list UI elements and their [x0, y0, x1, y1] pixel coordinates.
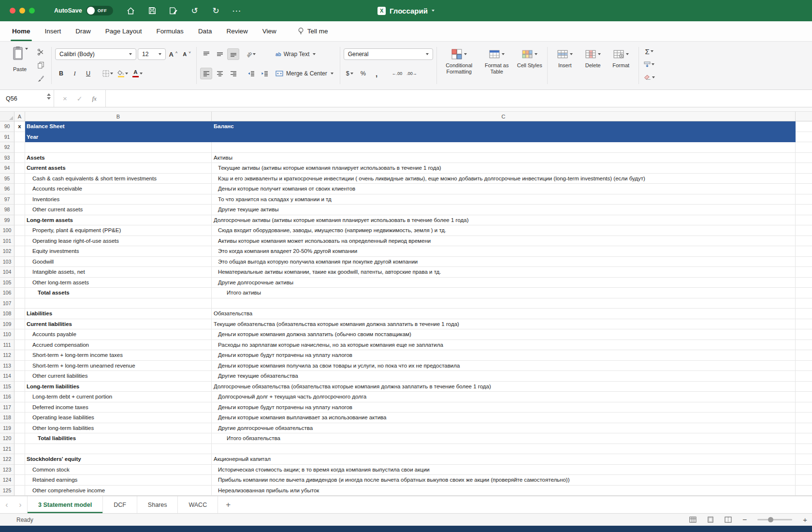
cell-D102[interactable]	[796, 246, 812, 257]
autosum-button[interactable]: Σ	[642, 45, 656, 57]
cell-C104[interactable]: Нематериальные активы компании, такие ка…	[212, 267, 796, 278]
cell-D120[interactable]	[796, 433, 812, 444]
decrease-decimal-button[interactable]: .00→	[405, 68, 419, 79]
row-header-103[interactable]: 103	[0, 257, 14, 267]
paste-button[interactable]: Paste	[6, 44, 34, 73]
cell-C109[interactable]: Текущие обязательства (обязательства кот…	[212, 319, 796, 330]
cell-A107[interactable]	[14, 298, 25, 309]
cell-A100[interactable]	[14, 225, 25, 236]
cell-A116[interactable]	[14, 392, 25, 402]
cell-C99[interactable]: Долгосрочные активы (активы которые комп…	[212, 215, 796, 226]
row-header-91[interactable]: 91	[0, 132, 14, 143]
cell-C116[interactable]: Долгосрочный долг + текущая часть долгос…	[212, 392, 796, 402]
cell-C107[interactable]	[212, 298, 796, 309]
cell-C120[interactable]: Итого обязательства	[212, 433, 796, 444]
cell-C101[interactable]: Активы которые компания может использова…	[212, 236, 796, 247]
cell-B97[interactable]: Inventories	[25, 194, 212, 205]
cell-A117[interactable]	[14, 402, 25, 413]
name-box-stepper[interactable]	[47, 93, 51, 100]
normal-view-button[interactable]	[689, 517, 696, 523]
cell-A103[interactable]	[14, 257, 25, 267]
cell-D94[interactable]	[796, 163, 812, 174]
cell-B114[interactable]: Other current liabilities	[25, 371, 212, 382]
cell-B92[interactable]	[25, 142, 212, 153]
cell-D115[interactable]	[796, 382, 812, 392]
row-header-110[interactable]: 110	[0, 329, 14, 340]
row-header-94[interactable]: 94	[0, 163, 14, 174]
cell-C103[interactable]: Это общая выгода которую получила компан…	[212, 257, 796, 267]
row-header-98[interactable]: 98	[0, 205, 14, 215]
save-as-button[interactable]	[168, 5, 179, 16]
align-bottom-button[interactable]	[227, 48, 239, 60]
row-header-115[interactable]: 115	[0, 382, 14, 392]
redo-button[interactable]: ↻	[211, 5, 221, 16]
cell-B99[interactable]: Long-term assets	[25, 215, 212, 226]
cell-C106[interactable]: Итого активы	[212, 288, 796, 298]
cell-D112[interactable]	[796, 350, 812, 361]
row-header-100[interactable]: 100	[0, 225, 14, 236]
row-header-111[interactable]: 111	[0, 340, 14, 351]
formula-input[interactable]	[106, 90, 812, 107]
cell-A92[interactable]	[14, 142, 25, 153]
cell-C96[interactable]: Деньги которые получит компания от своих…	[212, 184, 796, 194]
row-header-90[interactable]: 90	[0, 121, 14, 132]
row-header-120[interactable]: 120	[0, 433, 14, 444]
increase-decimal-button[interactable]: ←.00	[391, 68, 404, 79]
cell-B112[interactable]: Short-term + long-term income taxes	[25, 350, 212, 361]
cell-A98[interactable]	[14, 205, 25, 215]
cell-D101[interactable]	[796, 236, 812, 247]
cell-C113[interactable]: Деньги которые компания получила за свои…	[212, 361, 796, 371]
row-header-92[interactable]: 92	[0, 142, 14, 153]
currency-format-button[interactable]: $	[344, 68, 356, 79]
cell-D97[interactable]	[796, 194, 812, 205]
save-button[interactable]	[147, 5, 158, 16]
cell-A105[interactable]	[14, 278, 25, 288]
cell-A124[interactable]	[14, 475, 25, 486]
more-commands-button[interactable]: ···	[232, 5, 243, 16]
cell-C91[interactable]	[212, 132, 796, 143]
cell-A91[interactable]	[14, 132, 25, 143]
clear-button[interactable]	[642, 72, 656, 83]
page-break-view-button[interactable]	[725, 517, 732, 523]
row-header-118[interactable]: 118	[0, 413, 14, 423]
cell-D118[interactable]	[796, 413, 812, 423]
cell-D116[interactable]	[796, 392, 812, 402]
insert-cells-button[interactable]: Insert	[551, 44, 579, 69]
row-header-104[interactable]: 104	[0, 267, 14, 278]
row-header-122[interactable]: 122	[0, 454, 14, 465]
cell-A118[interactable]	[14, 413, 25, 423]
cell-A125[interactable]	[14, 486, 25, 496]
tab-review[interactable]: Review	[219, 21, 255, 41]
cell-B123[interactable]: Common stock	[25, 465, 212, 475]
merge-center-button[interactable]: Merge & Center	[273, 68, 336, 79]
row-header-97[interactable]: 97	[0, 194, 14, 205]
fill-button[interactable]	[642, 59, 656, 70]
row-header-102[interactable]: 102	[0, 246, 14, 257]
cell-B106[interactable]: Total assets	[25, 288, 212, 298]
cell-A121[interactable]	[14, 444, 25, 455]
sheet-nav-right-button[interactable]: ›	[14, 496, 27, 513]
cell-D99[interactable]	[796, 215, 812, 226]
cell-D110[interactable]	[796, 329, 812, 340]
bold-button[interactable]: B	[55, 68, 67, 79]
cell-B96[interactable]: Accounts receivable	[25, 184, 212, 194]
cell-A114[interactable]	[14, 371, 25, 382]
cell-C108[interactable]: Обязательства	[212, 309, 796, 319]
zoom-in-button[interactable]: +	[803, 516, 807, 524]
tab-home[interactable]: Home	[5, 21, 38, 41]
cell-B115[interactable]: Long-term liabilities	[25, 382, 212, 392]
cut-button[interactable]	[35, 46, 47, 58]
cell-A104[interactable]	[14, 267, 25, 278]
cell-B100[interactable]: Property, plant & equipment (PP&E)	[25, 225, 212, 236]
cell-B122[interactable]: Stockholders' equity	[25, 454, 212, 465]
cell-C117[interactable]: Деньги которые будут потрачены на уплату…	[212, 402, 796, 413]
cell-A90[interactable]: x	[14, 121, 25, 132]
tab-insert[interactable]: Insert	[38, 21, 69, 41]
cell-B91[interactable]: Year	[25, 132, 212, 143]
cell-A115[interactable]	[14, 382, 25, 392]
italic-button[interactable]: I	[69, 68, 81, 79]
cell-C90[interactable]: Баланс	[212, 121, 796, 132]
cell-D121[interactable]	[796, 444, 812, 455]
cell-B110[interactable]: Accounts payable	[25, 329, 212, 340]
row-header-99[interactable]: 99	[0, 215, 14, 226]
